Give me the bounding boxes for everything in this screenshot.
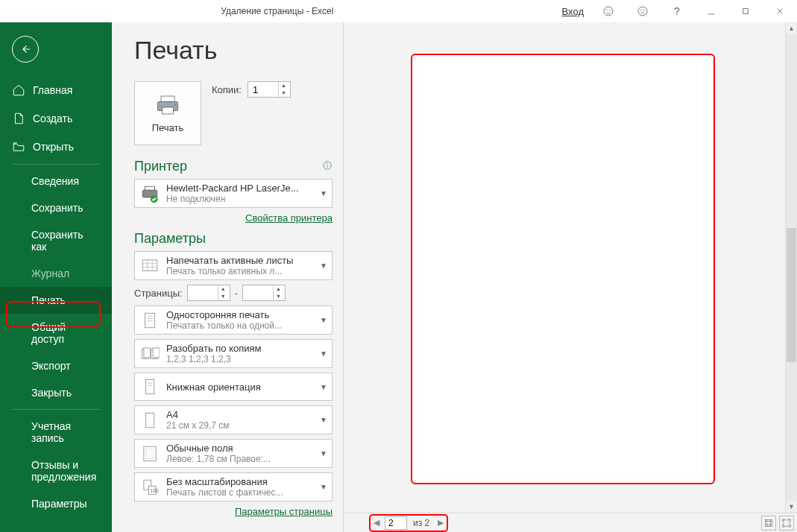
printer-status-icon [139,183,160,204]
nav-history: Журнал [0,260,112,287]
print-button[interactable]: Печать [134,81,201,145]
spin-up-icon[interactable]: ▲ [218,285,228,293]
nav-new[interactable]: Создать [0,104,112,133]
nav-options[interactable]: Параметры [0,490,112,517]
copies-label: Копии: [212,84,242,95]
svg-rect-32 [153,347,160,357]
copies-spinner[interactable]: ▲▼ [248,81,291,98]
printer-dropdown[interactable]: Hewlett-Packard HP LaserJe... Не подключ… [134,179,333,208]
nav-export[interactable]: Экспорт [0,352,112,379]
pages-label: Страницы: [134,288,183,299]
page-title: Печать [134,36,333,65]
nav-print[interactable]: Печать [0,287,112,314]
sides-title: Односторонняя печать [166,309,314,320]
pages-dash: - [235,288,238,299]
nav-info[interactable]: Сведения [0,168,112,194]
svg-point-1 [607,10,608,10]
collate-sub: 1,2,3 1,2,3 1,2,3 [166,354,314,364]
face-frown-icon[interactable] [626,0,660,22]
help-icon[interactable]: ? [660,0,694,22]
paper-size-dropdown[interactable]: A4 21 см x 29,7 см ▼ [134,405,333,434]
nav-new-label: Создать [33,113,72,124]
nav-open-label: Открыть [33,141,74,153]
svg-point-4 [641,10,642,10]
nav-separator [12,164,100,165]
page-icon [139,410,160,431]
nav-account[interactable]: Учетная запись [0,413,112,452]
collate-dropdown[interactable]: Разобрать по копиям 1,2,3 1,2,3 1,2,3 ▼ [134,339,333,368]
nav-home[interactable]: Главная [0,76,112,104]
minimize-button[interactable] [694,0,728,22]
margins-icon [139,443,160,464]
nav-feedback[interactable]: Отзывы и предложения [0,452,112,490]
margins-sub: Левое: 1,78 см Правое:... [166,454,314,464]
orientation-dropdown[interactable]: Книжная ориентация ▼ [134,373,333,401]
spin-down-icon[interactable]: ▼ [274,293,283,300]
nav-history-label: Журнал [31,267,69,279]
nav-saveas[interactable]: Сохранить как [0,221,112,260]
printer-icon [154,94,181,116]
nav-open[interactable]: Открыть [0,133,112,161]
scroll-up-icon[interactable]: ▲ [786,22,797,34]
nav-account-label: Учетная запись [31,420,100,444]
nav-save[interactable]: Сохранить [0,194,112,221]
svg-rect-33 [145,379,154,394]
chevron-down-icon: ▼ [320,316,327,324]
margins-dropdown[interactable]: Обычные поля Левое: 1,78 см Правое:... ▼ [134,439,333,468]
page-navigator: ◀ из 2 ▶ [369,514,448,532]
scroll-thumb[interactable] [787,228,796,362]
pages-to-spinner[interactable]: ▲▼ [242,285,286,301]
scroll-track[interactable] [786,34,797,501]
svg-rect-12 [163,107,174,114]
vertical-scrollbar[interactable]: ▲ ▼ [785,22,797,513]
pages-from-input[interactable] [188,286,218,300]
chevron-down-icon: ▼ [320,262,327,270]
chevron-down-icon: ▼ [320,383,327,391]
print-what-dropdown[interactable]: Напечатать активные листы Печать только … [134,251,333,280]
spin-down-icon[interactable]: ▼ [279,89,289,97]
current-page-input[interactable] [385,516,407,530]
copies-input[interactable] [248,83,278,97]
scaling-icon: 100 [139,477,160,498]
sides-dropdown[interactable]: Односторонняя печать Печатать только на … [134,305,333,335]
page-setup-link[interactable]: Параметры страницы [235,506,333,517]
zoom-to-page-button[interactable] [779,516,794,531]
pages-from-spinner[interactable]: ▲▼ [187,285,230,301]
info-icon[interactable] [322,159,333,174]
scaling-dropdown[interactable]: 100 Без масштабирования Печать листов с … [134,472,333,501]
svg-rect-18 [145,186,155,190]
prev-page-button[interactable]: ◀ [371,518,382,528]
back-button[interactable] [12,36,39,63]
svg-rect-7 [743,9,749,14]
printer-status: Не подключен [166,194,314,204]
spin-down-icon[interactable]: ▼ [218,293,228,300]
nav-saveas-label: Сохранить как [31,229,100,253]
svg-rect-10 [161,96,174,102]
print-preview-area: ▲ ▼ ◀ из 2 ▶ [343,22,797,532]
show-margins-button[interactable] [761,516,776,531]
scroll-down-icon[interactable]: ▼ [786,501,797,513]
svg-rect-42 [765,519,772,526]
print-what-sub: Печать только активных л... [166,266,314,276]
svg-point-5 [644,10,645,10]
total-pages-label: из 2 [410,518,432,528]
spin-up-icon[interactable]: ▲ [274,285,283,293]
paper-size-sub: 21 см x 29,7 см [166,420,314,431]
login-link[interactable]: Вход [555,6,591,17]
nav-options-label: Параметры [31,498,87,510]
face-smile-icon[interactable] [591,0,626,22]
chevron-down-icon: ▼ [320,189,327,197]
maximize-button[interactable] [728,0,763,22]
nav-close[interactable]: Закрыть [0,379,112,406]
backstage-sidebar: Главная Создать Открыть Сведения Сохрани… [0,22,112,532]
close-button[interactable] [763,0,797,22]
printer-properties-link[interactable]: Свойства принтера [245,212,333,224]
nav-share[interactable]: Общий доступ [0,314,112,352]
svg-rect-30 [144,347,151,357]
svg-rect-25 [145,313,155,328]
spin-up-icon[interactable]: ▲ [279,82,289,89]
next-page-button[interactable]: ▶ [435,518,446,528]
svg-rect-20 [142,259,157,270]
pages-to-input[interactable] [243,286,273,300]
print-button-label: Печать [152,122,184,133]
